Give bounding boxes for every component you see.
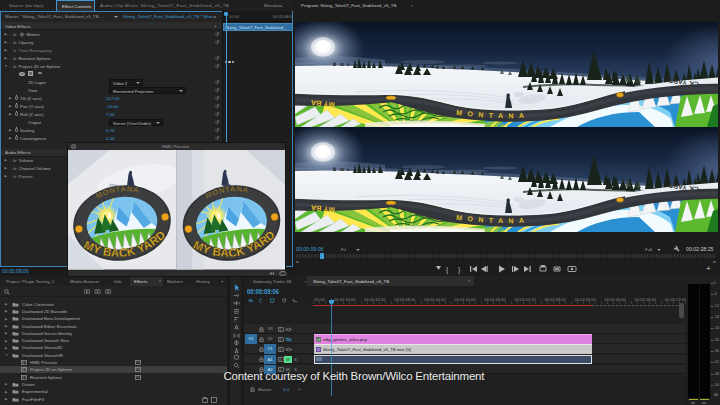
svg-text:}: } (458, 266, 461, 274)
svg-text:{: { (446, 266, 449, 274)
